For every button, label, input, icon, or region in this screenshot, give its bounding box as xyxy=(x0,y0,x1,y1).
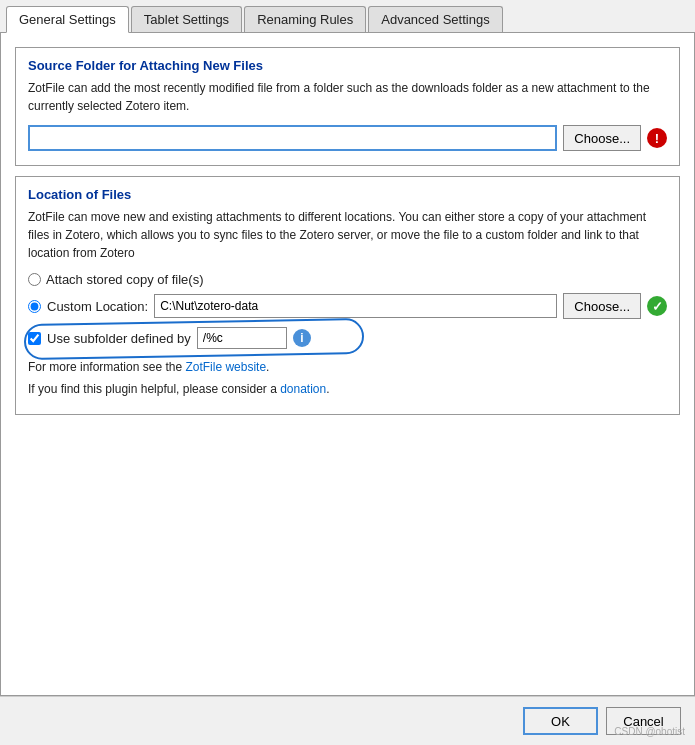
radio-stored-row: Attach stored copy of file(s) xyxy=(28,272,667,287)
info-line-2: If you find this plugin helpful, please … xyxy=(28,379,667,401)
subfolder-row: Use subfolder defined by i xyxy=(28,327,667,349)
source-folder-input[interactable] xyxy=(28,125,557,151)
radio-custom[interactable] xyxy=(28,300,41,313)
custom-location-input[interactable] xyxy=(154,294,557,318)
custom-location-choose-button[interactable]: Choose... xyxy=(563,293,641,319)
radio-stored[interactable] xyxy=(28,273,41,286)
info-line-1: For more information see the ZotFile web… xyxy=(28,357,667,379)
ok-button[interactable]: OK xyxy=(523,707,598,735)
location-files-section: Location of Files ZotFile can move new a… xyxy=(15,176,680,415)
radio-custom-row: Custom Location: Choose... ✓ xyxy=(28,293,667,319)
custom-location-success-icon: ✓ xyxy=(647,296,667,316)
tab-tablet-settings[interactable]: Tablet Settings xyxy=(131,6,242,32)
info-links: For more information see the ZotFile web… xyxy=(28,357,667,400)
footer: OK Cancel xyxy=(0,696,695,745)
subfolder-input[interactable] xyxy=(197,327,287,349)
tab-general-settings[interactable]: General Settings xyxy=(6,6,129,33)
location-files-description: ZotFile can move new and existing attach… xyxy=(28,208,667,262)
source-folder-error-icon: ! xyxy=(647,128,667,148)
source-folder-title: Source Folder for Attaching New Files xyxy=(28,58,667,73)
source-folder-choose-button[interactable]: Choose... xyxy=(563,125,641,151)
tab-bar: General Settings Tablet Settings Renamin… xyxy=(0,0,695,33)
source-folder-input-row: Choose... ! xyxy=(28,125,667,151)
radio-stored-label[interactable]: Attach stored copy of file(s) xyxy=(46,272,204,287)
subfolder-label[interactable]: Use subfolder defined by xyxy=(47,331,191,346)
subfolder-checkbox[interactable] xyxy=(28,332,41,345)
subfolder-info-icon[interactable]: i xyxy=(293,329,311,347)
watermark: CSDN @obotist xyxy=(614,726,685,737)
main-content: Source Folder for Attaching New Files Zo… xyxy=(0,33,695,696)
donation-link[interactable]: donation xyxy=(280,382,326,396)
tab-advanced-settings[interactable]: Advanced Settings xyxy=(368,6,502,32)
source-folder-description: ZotFile can add the most recently modifi… xyxy=(28,79,667,115)
tab-renaming-rules[interactable]: Renaming Rules xyxy=(244,6,366,32)
location-files-title: Location of Files xyxy=(28,187,667,202)
radio-custom-label[interactable]: Custom Location: xyxy=(47,299,148,314)
zotfile-website-link[interactable]: ZotFile website xyxy=(185,360,266,374)
source-folder-section: Source Folder for Attaching New Files Zo… xyxy=(15,47,680,166)
